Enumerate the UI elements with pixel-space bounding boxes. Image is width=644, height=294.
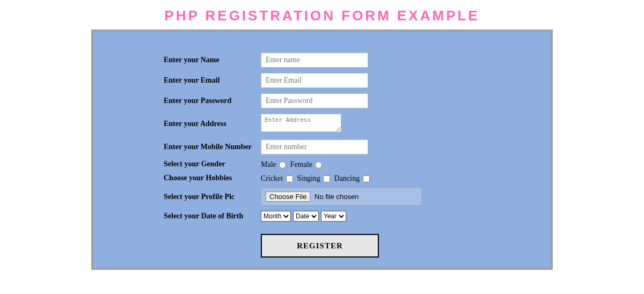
email-input[interactable] <box>261 73 368 88</box>
hobbies-label: Choose your Hobbies <box>163 173 260 183</box>
page-title: PHP REGISTRATION FORM EXAMPLE <box>0 8 644 24</box>
hobby-cricket-checkbox[interactable] <box>286 175 293 182</box>
registration-form-panel: Enter your Name Enter your Email Enter y… <box>91 30 553 270</box>
choose-file-button[interactable]: Choose File <box>266 192 310 202</box>
hobby-singing-label: Singing <box>297 174 320 182</box>
name-input[interactable] <box>261 53 368 68</box>
gender-female-radio[interactable] <box>315 161 322 168</box>
password-label: Enter your Password <box>163 93 260 109</box>
hobby-singing-checkbox[interactable] <box>323 175 330 182</box>
mobile-label: Enter your Mobile Number <box>163 139 260 155</box>
address-input[interactable] <box>261 114 341 132</box>
gender-female-label: Female <box>290 160 312 168</box>
gender-male-radio[interactable] <box>279 161 286 168</box>
register-button[interactable]: REGISTER <box>261 234 379 258</box>
dob-month-select[interactable]: Month <box>261 211 291 222</box>
profilepic-file-input[interactable]: Choose File No file chosen <box>261 188 422 205</box>
gender-male-label: Male <box>261 160 276 168</box>
hobby-dancing-label: Dancing <box>334 174 360 182</box>
password-input[interactable] <box>261 93 368 108</box>
email-label: Enter your Email <box>163 72 260 89</box>
dob-date-select[interactable]: Date <box>293 211 319 222</box>
mobile-input[interactable] <box>261 139 368 155</box>
address-label: Enter your Address <box>163 113 260 135</box>
dob-label: Select your Date of Birth <box>163 210 260 222</box>
gender-label: Select your Gender <box>163 159 260 169</box>
dob-year-select[interactable]: Year <box>321 211 346 222</box>
hobby-cricket-label: Cricket <box>261 174 283 182</box>
name-label: Enter your Name <box>163 52 260 68</box>
file-status-text: No file chosen <box>314 193 358 201</box>
profilepic-label: Select your Profile Pic <box>163 187 260 206</box>
hobby-dancing-checkbox[interactable] <box>363 175 370 182</box>
